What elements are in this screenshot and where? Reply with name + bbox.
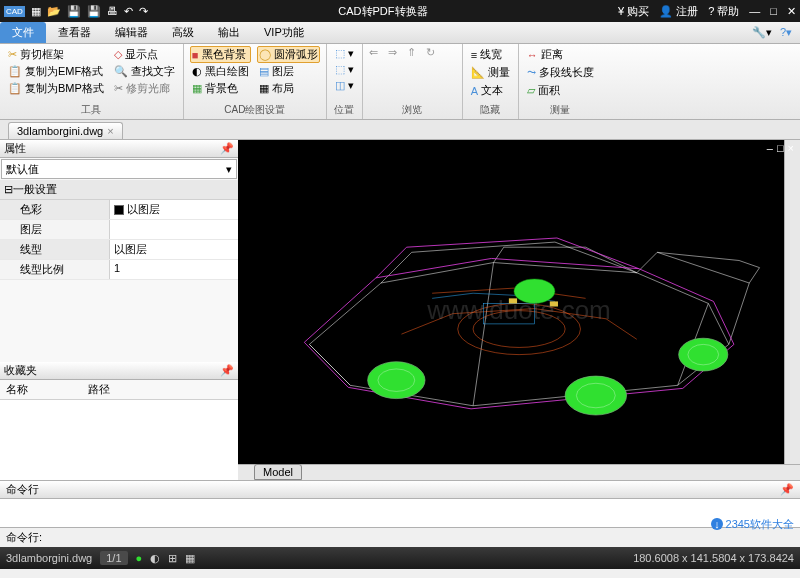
layouts-button[interactable]: ▦布局 [257, 80, 320, 97]
buy-button[interactable]: ¥ 购买 [618, 4, 649, 19]
svg-rect-14 [550, 301, 558, 306]
vertical-scrollbar[interactable] [784, 140, 800, 464]
prop-row-linetype-scale[interactable]: 线型比例1 [0, 260, 238, 280]
title-bar: CAD ▦ 📂 💾 💾 🖶 ↶ ↷ CAD转PDF转换器 ¥ 购买 👤 注册 ?… [0, 0, 800, 22]
help-menu-icon[interactable]: ?▾ [780, 26, 792, 39]
menu-bar: 文件 查看器 编辑器 高级 输出 VIP功能 🔧▾ ?▾ [0, 22, 800, 44]
fav-col-name[interactable]: 名称 [6, 382, 28, 397]
ribbon-label-browse: 浏览 [369, 102, 456, 117]
redo-icon[interactable]: ↷ [139, 5, 148, 18]
measure-hide-button[interactable]: 📐测量 [469, 64, 512, 81]
print-icon[interactable]: 🖶 [107, 5, 118, 17]
bw-drawing-button[interactable]: ◐黑白绘图 [190, 63, 251, 80]
prop-row-color[interactable]: 色彩 以图层 [0, 200, 238, 220]
copy-bmp-button[interactable]: 📋复制为BMP格式 [6, 80, 106, 97]
status-icon-3[interactable]: ⊞ [168, 552, 177, 565]
text-hide-button[interactable]: A文本 [469, 82, 512, 99]
horizontal-scrollbar[interactable]: Model [238, 464, 800, 480]
ribbon-label-tools: 工具 [6, 102, 177, 117]
menu-vip[interactable]: VIP功能 [252, 22, 316, 43]
menu-output[interactable]: 输出 [206, 22, 252, 43]
black-bg-button[interactable]: ■黑色背景 [190, 46, 251, 63]
viewport-close-icon[interactable]: × [788, 142, 794, 154]
ribbon-group-browse: ⇐ ⇒ ⇑ ↻ 浏览 [363, 44, 463, 119]
save-icon[interactable]: 💾 [67, 5, 81, 18]
settings-icon[interactable]: 🔧▾ [752, 26, 772, 39]
cad-model-wireframe [248, 150, 780, 457]
ribbon-label-measure: 测量 [525, 102, 596, 117]
show-points-button[interactable]: ◇显示点 [112, 46, 177, 63]
ribbon-group-tools: ✂剪切框架 📋复制为EMF格式 📋复制为BMP格式 ◇显示点 🔍查找文字 ✂修剪… [0, 44, 184, 119]
help-button[interactable]: ? 帮助 [708, 4, 739, 19]
status-filename: 3dlamborgini.dwg [6, 552, 92, 564]
main-area: 属性 📌 默认值▾ ⊟ 一般设置 色彩 以图层 图层 线型以图层 线型比例1 收… [0, 140, 800, 480]
ribbon-group-position: ⬚ ▾ ⬚ ▾ ◫ ▾ 位置 [327, 44, 363, 119]
menu-advanced[interactable]: 高级 [160, 22, 206, 43]
nav-refresh-icon: ↻ [426, 46, 435, 59]
svg-point-4 [565, 376, 626, 415]
fav-col-path[interactable]: 路径 [88, 382, 110, 397]
viewport-minimize-icon[interactable]: – [767, 142, 773, 154]
find-text-button[interactable]: 🔍查找文字 [112, 63, 177, 80]
status-icon-4[interactable]: ▦ [185, 552, 195, 565]
properties-panel: 属性 📌 默认值▾ ⊟ 一般设置 色彩 以图层 图层 线型以图层 线型比例1 收… [0, 140, 238, 480]
ribbon-group-hide: ≡线宽 📐测量 A文本 隐藏 [463, 44, 519, 119]
cmd-pin-icon[interactable]: 📌 [780, 483, 794, 496]
area-button[interactable]: ▱面积 [525, 82, 596, 99]
minimize-icon[interactable]: — [749, 5, 760, 17]
model-tab[interactable]: Model [254, 464, 302, 480]
corner-logo: ↓ 2345软件大全 [711, 517, 794, 532]
properties-header: 属性 📌 [0, 140, 238, 158]
register-button[interactable]: 👤 注册 [659, 4, 698, 19]
fav-pin-icon[interactable]: 📌 [220, 364, 234, 377]
svg-rect-2 [483, 303, 534, 323]
svg-rect-13 [509, 298, 517, 303]
window-title: CAD转PDF转换器 [148, 4, 618, 19]
command-output[interactable] [0, 499, 800, 527]
nav-fwd-icon: ⇒ [388, 46, 397, 59]
open-icon[interactable]: 📂 [47, 5, 61, 18]
default-dropdown[interactable]: 默认值▾ [1, 159, 237, 179]
file-tab[interactable]: 3dlamborgini.dwg × [8, 122, 123, 139]
ribbon-label-position: 位置 [333, 102, 356, 117]
prop-category-general[interactable]: ⊟ 一般设置 [0, 180, 238, 200]
new-icon[interactable]: ▦ [31, 5, 41, 18]
app-icon: CAD [4, 6, 25, 17]
prop-row-linetype[interactable]: 线型以图层 [0, 240, 238, 260]
copy-emf-button[interactable]: 📋复制为EMF格式 [6, 63, 106, 80]
maximize-icon[interactable]: □ [770, 5, 777, 17]
polyline-length-button[interactable]: ⤳多段线长度 [525, 64, 596, 81]
viewport-maximize-icon[interactable]: □ [777, 142, 784, 154]
undo-icon[interactable]: ↶ [124, 5, 133, 18]
distance-button[interactable]: ↔距离 [525, 46, 596, 63]
layers-button[interactable]: ▤图层 [257, 63, 320, 80]
trim-layer-button[interactable]: ✂修剪光廊 [112, 80, 177, 97]
prop-row-layer[interactable]: 图层 [0, 220, 238, 240]
menu-editor[interactable]: 编辑器 [103, 22, 160, 43]
status-coords: 180.6008 x 141.5804 x 173.8424 [633, 552, 794, 564]
command-header: 命令行 📌 [0, 481, 800, 499]
command-input[interactable] [42, 532, 794, 544]
saveall-icon[interactable]: 💾 [87, 5, 101, 18]
pos-3-button[interactable]: ◫ ▾ [333, 78, 356, 93]
pos-1-button[interactable]: ⬚ ▾ [333, 46, 356, 61]
menu-file[interactable]: 文件 [0, 22, 46, 43]
close-icon[interactable]: ✕ [787, 5, 796, 18]
file-tab-bar: 3dlamborgini.dwg × [0, 120, 800, 140]
smooth-arc-button[interactable]: ◯圆滑弧形 [257, 46, 320, 63]
file-tab-close-icon[interactable]: × [107, 125, 113, 137]
ribbon-label-hide: 隐藏 [469, 102, 512, 117]
menu-viewer[interactable]: 查看器 [46, 22, 103, 43]
line-width-button[interactable]: ≡线宽 [469, 46, 512, 63]
svg-point-0 [458, 303, 581, 354]
status-icon-2[interactable]: ◐ [150, 552, 160, 565]
ribbon-label-cad-settings: CAD绘图设置 [190, 102, 320, 117]
favorites-columns: 名称 路径 [0, 380, 238, 400]
status-page[interactable]: 1/1 [100, 551, 127, 565]
pos-2-button[interactable]: ⬚ ▾ [333, 62, 356, 77]
bg-color-button[interactable]: ▦背景色 [190, 80, 251, 97]
crop-frame-button[interactable]: ✂剪切框架 [6, 46, 106, 63]
pin-icon[interactable]: 📌 [220, 142, 234, 155]
viewport[interactable]: – □ × [238, 140, 800, 480]
status-icon-1[interactable]: ● [136, 552, 143, 564]
